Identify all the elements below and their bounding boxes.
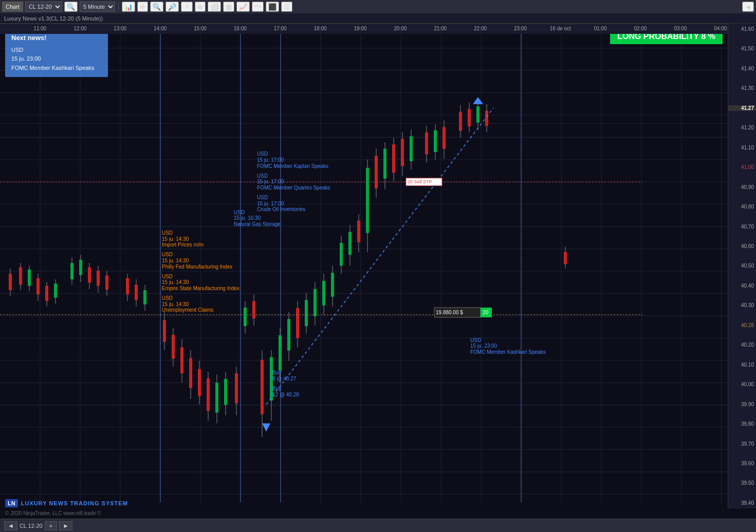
svg-rect-99	[296, 308, 299, 338]
brand-name: LUXURY NEWS TRADING SYSTEM	[21, 500, 128, 506]
list-icon[interactable]: ☰	[281, 2, 292, 12]
price-41-40: 41.40	[728, 66, 756, 71]
news-date: 15 ju. 23:00	[11, 54, 102, 64]
news-box: Next news! USD 15 ju. 23:00 FOMC Member …	[5, 29, 108, 77]
wave-icon[interactable]: 〜	[252, 2, 264, 12]
svg-rect-89	[235, 373, 238, 403]
crosshair-icon[interactable]: ⊕	[195, 2, 206, 12]
svg-rect-137	[476, 106, 480, 123]
symbol-select[interactable]: CL 12-20	[25, 2, 62, 12]
price-40-30: 40.30	[728, 302, 756, 308]
price-41-60: 41.60	[728, 26, 756, 32]
svg-text:FOMC Member Quarles Speaks: FOMC Member Quarles Speaks	[257, 185, 330, 191]
svg-rect-133	[459, 112, 462, 131]
svg-text:FOMC Member Kaplan Speaks: FOMC Member Kaplan Speaks	[257, 163, 328, 168]
svg-text:8 @ 40.27: 8 @ 40.27	[272, 376, 297, 382]
price-39-60: 39.60	[728, 461, 756, 466]
time-1900: 19:00	[354, 26, 366, 31]
svg-text:15 ju. 17:00: 15 ju. 17:00	[257, 179, 284, 184]
svg-text:15 ju. 14:30: 15 ju. 14:30	[162, 258, 189, 263]
plus-icon[interactable]: ＋	[181, 2, 193, 12]
brand-badge: LN	[5, 499, 18, 507]
price-39-40: 39.40	[728, 500, 756, 506]
app: Chart CL 12-20 🔍 5 Minute 📊 ✛ 🔍 🔎 ＋ ⊕ ⬜ …	[0, 0, 756, 532]
svg-rect-107	[331, 273, 334, 297]
search-icon[interactable]: 🔍	[64, 2, 78, 12]
svg-text:USD: USD	[257, 173, 268, 179]
svg-rect-129	[434, 130, 437, 152]
price-40-40: 40.40	[728, 283, 756, 289]
scroll-left-button[interactable]: ◄	[4, 521, 17, 530]
price-40-10: 40.10	[728, 362, 756, 368]
svg-text:15 ju. 17:00: 15 ju. 17:00	[257, 201, 284, 206]
svg-text:Import Prices m/m: Import Prices m/m	[162, 242, 204, 248]
chart-button[interactable]: Chart	[2, 2, 23, 12]
svg-text:USD: USD	[162, 295, 173, 301]
svg-rect-115	[366, 168, 369, 233]
svg-text:USD: USD	[470, 337, 481, 343]
time-1100: 11:00	[33, 26, 46, 31]
svg-text:USD: USD	[162, 274, 173, 279]
svg-rect-47	[19, 268, 22, 285]
svg-rect-111	[348, 232, 352, 255]
svg-rect-65	[105, 275, 108, 290]
scroll-right-button[interactable]: ►	[59, 521, 72, 530]
price-icon[interactable]: ▦	[223, 2, 234, 12]
price-41-50: 41.50	[728, 46, 756, 51]
bottom-bar: ◄ CL 12-20 + ►	[0, 519, 756, 532]
svg-rect-148	[244, 308, 247, 326]
svg-rect-63	[97, 271, 100, 286]
square-icon[interactable]: ⬛	[266, 2, 279, 12]
cursor-icon[interactable]: ✛	[137, 2, 148, 12]
time-2100: 21:00	[434, 26, 447, 31]
svg-rect-45	[9, 274, 12, 290]
time-0100: 01:00	[594, 26, 607, 31]
arrow-left-icon[interactable]: ◄	[742, 2, 754, 12]
add-chart-button[interactable]: +	[45, 521, 57, 530]
zoom-out-icon[interactable]: 🔎	[165, 2, 179, 12]
svg-rect-49	[28, 270, 31, 286]
time-oct16: 16 de oct	[550, 26, 571, 31]
time-1300: 13:00	[114, 26, 126, 31]
price-40-80: 40.80	[728, 204, 756, 210]
price-39-90: 39.90	[728, 402, 756, 407]
time-2000: 20:00	[394, 26, 407, 31]
timeframe-select[interactable]: 5 Minute	[80, 2, 115, 12]
toolbar: Chart CL 12-20 🔍 5 Minute 📊 ✛ 🔍 🔎 ＋ ⊕ ⬜ …	[0, 0, 756, 13]
time-2200: 22:00	[474, 26, 487, 31]
svg-rect-119	[383, 149, 386, 179]
svg-rect-141	[564, 252, 567, 264]
svg-text:Unemployment Claims: Unemployment Claims	[162, 307, 214, 313]
svg-text:Crude Oil Inventories: Crude Oil Inventories	[257, 206, 305, 212]
svg-text:15 ju. 14:30: 15 ju. 14:30	[162, 279, 189, 285]
time-1400: 14:00	[154, 26, 167, 31]
chart-main: USD 15 ju. 14:30 Import Prices m/m USD 1…	[0, 24, 756, 519]
price-41-30: 41.30	[728, 85, 756, 91]
time-1500: 15:00	[194, 26, 207, 31]
svg-text:20  Sell STP: 20 Sell STP	[408, 179, 432, 184]
svg-text:Natural Gas Storage: Natural Gas Storage	[234, 221, 281, 227]
svg-rect-67	[126, 278, 129, 295]
svg-rect-95	[279, 335, 282, 371]
svg-rect-77	[180, 347, 183, 373]
news-currency: USD	[11, 46, 102, 55]
zoom-in-icon[interactable]: 🔍	[150, 2, 163, 12]
svg-rect-85	[215, 383, 218, 412]
price-39-80: 39.80	[728, 421, 756, 427]
svg-rect-97	[287, 319, 290, 350]
next-news-label: Next news!	[11, 33, 102, 44]
svg-rect-123	[401, 139, 404, 166]
svg-rect-79	[189, 358, 192, 388]
svg-text:20: 20	[483, 309, 488, 315]
bar-chart-icon[interactable]: 📊	[122, 2, 135, 12]
svg-rect-91	[261, 360, 264, 414]
time-1200: 12:00	[73, 26, 86, 31]
svg-rect-83	[207, 378, 210, 411]
time-1700: 17:00	[274, 26, 287, 31]
candle-icon[interactable]: ⬜	[208, 2, 221, 12]
svg-rect-113	[357, 220, 360, 242]
svg-text:USD: USD	[162, 252, 173, 257]
price-41-10: 41.10	[728, 145, 756, 150]
price-40-90: 40.90	[728, 184, 756, 190]
chart2-icon[interactable]: 📈	[236, 2, 250, 12]
